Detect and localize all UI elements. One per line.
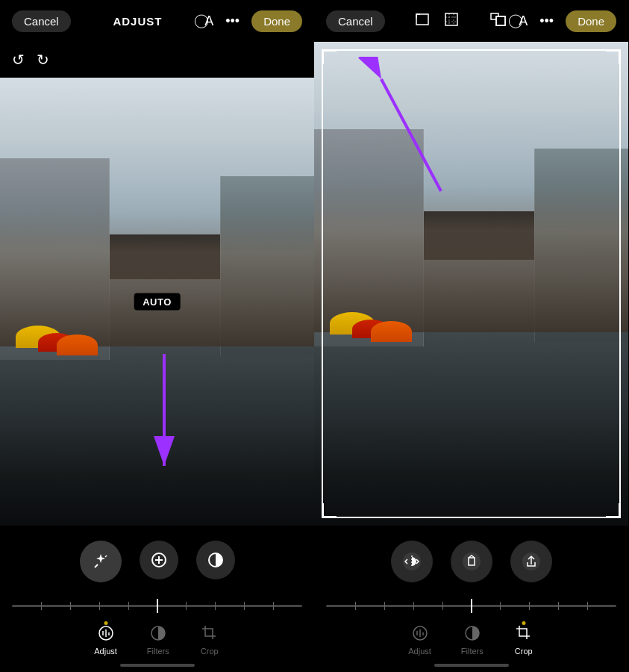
right-filters-label: Filters (461, 647, 484, 656)
left-image-area: AUTO (0, 78, 314, 526)
slider-track (12, 605, 302, 607)
right-nav-filters[interactable]: Filters (461, 623, 484, 656)
left-bottom-nav: Adjust Filters Crop (0, 617, 314, 665)
right-slider-track (326, 605, 616, 607)
right-nav-crop[interactable]: Crop (513, 623, 534, 656)
left-toolbar-left: ↺ ↻ (12, 51, 49, 69)
aspect-ratio-icon[interactable] (415, 11, 431, 31)
umbrella-orange (57, 335, 98, 355)
right-adjust-icon (410, 623, 431, 644)
right-buildings-mid (314, 187, 628, 332)
right-aspect-icon[interactable] (490, 11, 507, 31)
street-image: AUTO (0, 78, 314, 526)
left-title: ADJUST (113, 15, 162, 28)
crop-square-icon[interactable] (443, 11, 460, 31)
right-done-button[interactable]: Done (566, 10, 616, 32)
svg-rect-20 (496, 16, 505, 25)
right-panel: Cancel (314, 0, 628, 672)
svg-line-2 (95, 564, 98, 567)
right-cancel-button[interactable]: Cancel (326, 10, 385, 32)
right-slider-indicator (471, 599, 472, 613)
circle-button[interactable] (196, 541, 235, 579)
adjust-dot (104, 621, 107, 625)
left-home-bar (120, 664, 195, 667)
right-crop-icon (513, 623, 534, 644)
filters-icon (148, 623, 169, 644)
right-umbrella-orange (371, 321, 412, 342)
right-header: Cancel (314, 0, 628, 42)
left-header: Cancel ADJUST ⃝A ••• Done (0, 0, 314, 42)
left-toolbar: ↺ ↻ (0, 42, 314, 78)
right-bottom-toolbar: Adjust Filters (314, 526, 628, 672)
right-crop-label: Crop (515, 647, 533, 656)
share-button[interactable] (510, 541, 552, 582)
redo-icon[interactable]: ↻ (37, 51, 49, 69)
auto-badge: AUTO (134, 293, 181, 311)
adjust-label: Adjust (94, 647, 117, 656)
left-cancel-button[interactable]: Cancel (12, 10, 71, 32)
right-auto-icon[interactable]: ⃝A (519, 13, 528, 29)
svg-rect-13 (416, 14, 428, 25)
nav-crop[interactable]: Crop (199, 623, 220, 656)
right-street-image (314, 42, 628, 526)
filters-label: Filters (147, 647, 169, 656)
left-panel: Cancel ADJUST ⃝A ••• Done ↺ ↻ (0, 0, 314, 672)
right-home-bar (434, 664, 509, 667)
adjust-icon (96, 623, 116, 644)
right-nav-adjust[interactable]: Adjust (408, 623, 431, 656)
right-filters-icon (462, 623, 483, 644)
auto-enhance-icon[interactable]: ⃝A (204, 13, 213, 29)
svg-rect-14 (445, 13, 457, 25)
svg-line-3 (105, 556, 107, 557)
slider-indicator (157, 599, 158, 613)
right-more-icon[interactable]: ••• (539, 13, 554, 29)
plus-button[interactable] (140, 541, 178, 579)
wand-button[interactable] (80, 541, 122, 582)
left-done-button[interactable]: Done (251, 10, 302, 32)
right-tool-buttons (314, 535, 628, 588)
left-tool-buttons (0, 535, 314, 588)
right-home-indicator (314, 665, 628, 669)
right-header-icons (415, 11, 460, 31)
left-bottom-toolbar: Adjust Filters Crop (0, 526, 314, 672)
more-icon[interactable]: ••• (225, 13, 240, 29)
right-slider[interactable] (314, 594, 628, 617)
right-image-area (314, 42, 628, 526)
right-crop-dot (522, 621, 525, 625)
left-slider[interactable] (0, 594, 314, 617)
flip-horizontal-button[interactable] (391, 541, 433, 582)
crop-label: Crop (201, 647, 219, 656)
nav-adjust[interactable]: Adjust (94, 623, 117, 656)
left-home-indicator (0, 665, 314, 669)
nav-filters[interactable]: Filters (147, 623, 169, 656)
rotate-button[interactable] (451, 541, 492, 582)
left-header-icons: ⃝A ••• Done (204, 10, 302, 32)
crop-icon (199, 623, 220, 644)
right-adjust-label: Adjust (408, 647, 431, 656)
undo-icon[interactable]: ↺ (12, 51, 25, 69)
right-bottom-nav: Adjust Filters (314, 617, 628, 665)
